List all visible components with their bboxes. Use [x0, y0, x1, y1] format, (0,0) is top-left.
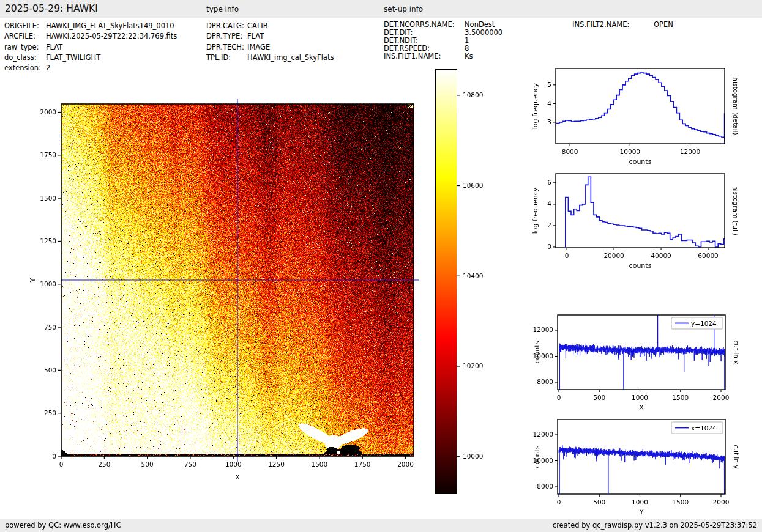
svg-text:0: 0	[557, 498, 561, 506]
svg-text:10600: 10600	[463, 182, 483, 189]
qc-report-page: 2025-05-29: HAWKI type info set-up info …	[0, 0, 762, 532]
svg-text:8000: 8000	[562, 148, 578, 155]
svg-text:10200: 10200	[463, 362, 483, 369]
svg-text:histogram (full): histogram (full)	[732, 186, 739, 235]
svg-text:500: 500	[141, 460, 154, 468]
svg-text:2: 2	[547, 221, 551, 229]
svg-text:2000: 2000	[40, 108, 56, 116]
svg-text:counts: counts	[629, 262, 652, 270]
page-footer: powered by QC: www.eso.org/HC created by…	[0, 519, 762, 532]
svg-text:4: 4	[547, 100, 551, 107]
svg-text:10400: 10400	[463, 272, 483, 279]
svg-text:12000: 12000	[680, 148, 700, 155]
svg-text:10000: 10000	[620, 148, 640, 155]
svg-text:log frequency: log frequency	[531, 187, 539, 234]
svg-text:6: 6	[547, 179, 551, 186]
svg-text:40000: 40000	[651, 252, 671, 259]
svg-text:1250: 1250	[268, 460, 285, 468]
svg-text:X: X	[235, 473, 240, 481]
svg-text:x=1024: x=1024	[691, 424, 717, 432]
svg-text:Y: Y	[639, 508, 644, 516]
svg-text:1000: 1000	[40, 280, 56, 287]
svg-text:500: 500	[593, 394, 605, 401]
svg-text:1250: 1250	[40, 237, 56, 245]
svg-text:0: 0	[547, 243, 551, 250]
svg-text:250: 250	[44, 409, 56, 416]
svg-text:8000: 8000	[537, 482, 553, 490]
svg-text:12000: 12000	[533, 430, 553, 438]
svg-text:500: 500	[44, 366, 56, 374]
svg-text:1500: 1500	[672, 394, 689, 401]
svg-text:60000: 60000	[698, 252, 718, 259]
svg-text:4: 4	[547, 200, 551, 207]
svg-text:counts: counts	[533, 445, 541, 468]
footer-left-text: powered by QC: www.eso.org/HC	[5, 519, 121, 532]
svg-text:0: 0	[59, 460, 64, 468]
svg-text:10800: 10800	[463, 91, 483, 98]
svg-text:counts: counts	[629, 158, 652, 166]
svg-text:0: 0	[565, 252, 569, 259]
svg-text:750: 750	[44, 323, 56, 331]
svg-text:3: 3	[547, 118, 551, 125]
svg-text:log frequency: log frequency	[531, 83, 539, 129]
svg-text:0: 0	[557, 394, 561, 401]
svg-text:2000: 2000	[397, 460, 414, 468]
svg-text:cut in y: cut in y	[733, 445, 740, 468]
svg-text:10000: 10000	[463, 453, 483, 460]
svg-text:1750: 1750	[40, 151, 56, 158]
svg-text:8000: 8000	[537, 378, 553, 385]
svg-text:1000: 1000	[632, 498, 648, 506]
footer-right-text: created by qc_rawdisp.py v1.2.3 on 2025-…	[553, 519, 757, 532]
svg-text:1500: 1500	[312, 460, 328, 468]
svg-text:250: 250	[98, 460, 110, 468]
svg-text:X: X	[639, 404, 644, 412]
svg-text:1750: 1750	[354, 460, 371, 468]
plots-svg: 0250500750100012501500175020000250500750…	[0, 0, 762, 532]
svg-text:2000: 2000	[713, 394, 730, 401]
svg-text:12000: 12000	[533, 326, 553, 333]
svg-text:20000: 20000	[603, 252, 624, 259]
svg-text:750: 750	[184, 460, 196, 468]
svg-text:counts: counts	[533, 341, 541, 363]
svg-text:0: 0	[52, 453, 56, 460]
svg-text:y=1024: y=1024	[691, 320, 717, 327]
svg-text:histogram (detail): histogram (detail)	[732, 77, 739, 135]
svg-text:5: 5	[547, 81, 551, 88]
svg-text:2000: 2000	[713, 498, 730, 506]
svg-text:500: 500	[593, 498, 605, 506]
svg-text:1500: 1500	[40, 194, 56, 202]
svg-text:1000: 1000	[632, 394, 648, 401]
svg-text:1500: 1500	[672, 498, 689, 506]
svg-text:cut in x: cut in x	[733, 340, 740, 364]
svg-text:Y: Y	[29, 278, 37, 283]
svg-text:1000: 1000	[225, 460, 242, 468]
